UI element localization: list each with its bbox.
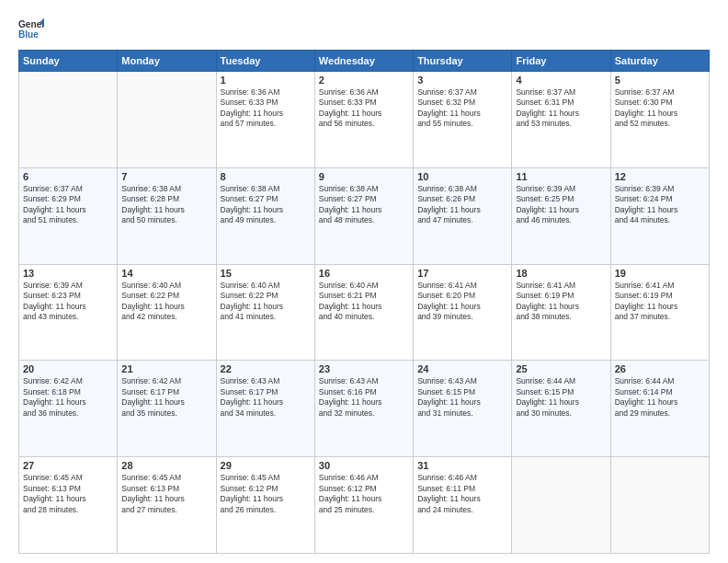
day-cell: 21Sunrise: 6:42 AM Sunset: 6:17 PM Dayli… xyxy=(118,361,216,457)
day-number: 13 xyxy=(23,268,113,279)
day-info: Sunrise: 6:45 AM Sunset: 6:12 PM Dayligh… xyxy=(221,473,311,515)
day-number: 4 xyxy=(516,75,606,86)
day-cell: 16Sunrise: 6:40 AM Sunset: 6:21 PM Dayli… xyxy=(314,264,413,361)
day-cell: 24Sunrise: 6:43 AM Sunset: 6:15 PM Dayli… xyxy=(414,361,512,457)
logo: General Blue xyxy=(18,17,44,42)
day-info: Sunrise: 6:37 AM Sunset: 6:31 PM Dayligh… xyxy=(516,87,606,130)
day-cell: 30Sunrise: 6:46 AM Sunset: 6:12 PM Dayli… xyxy=(314,457,413,554)
day-info: Sunrise: 6:37 AM Sunset: 6:30 PM Dayligh… xyxy=(615,87,705,130)
week-row-2: 6Sunrise: 6:37 AM Sunset: 6:29 PM Daylig… xyxy=(19,167,710,264)
day-info: Sunrise: 6:43 AM Sunset: 6:16 PM Dayligh… xyxy=(319,376,409,419)
day-info: Sunrise: 6:44 AM Sunset: 6:14 PM Dayligh… xyxy=(615,376,705,419)
day-number: 24 xyxy=(417,363,507,374)
day-info: Sunrise: 6:46 AM Sunset: 6:12 PM Dayligh… xyxy=(319,473,409,515)
weekday-header-sunday: Sunday xyxy=(19,51,118,72)
day-cell xyxy=(610,457,709,554)
day-cell: 26Sunrise: 6:44 AM Sunset: 6:14 PM Dayli… xyxy=(610,361,709,457)
day-number: 21 xyxy=(121,363,211,374)
day-cell: 11Sunrise: 6:39 AM Sunset: 6:25 PM Dayli… xyxy=(512,167,610,264)
weekday-header-wednesday: Wednesday xyxy=(314,51,413,72)
day-cell: 10Sunrise: 6:38 AM Sunset: 6:26 PM Dayli… xyxy=(414,167,512,264)
day-number: 18 xyxy=(516,268,606,279)
day-info: Sunrise: 6:37 AM Sunset: 6:32 PM Dayligh… xyxy=(417,87,507,130)
day-info: Sunrise: 6:38 AM Sunset: 6:27 PM Dayligh… xyxy=(319,184,409,226)
day-number: 25 xyxy=(516,363,606,374)
weekday-header-monday: Monday xyxy=(118,51,216,72)
day-number: 7 xyxy=(121,171,211,182)
weekday-header-friday: Friday xyxy=(512,51,610,72)
day-cell: 14Sunrise: 6:40 AM Sunset: 6:22 PM Dayli… xyxy=(118,264,216,361)
day-number: 5 xyxy=(615,75,705,86)
weekday-header-row: SundayMondayTuesdayWednesdayThursdayFrid… xyxy=(19,51,710,72)
calendar-table: SundayMondayTuesdayWednesdayThursdayFrid… xyxy=(18,50,710,554)
day-cell: 3Sunrise: 6:37 AM Sunset: 6:32 PM Daylig… xyxy=(414,72,512,168)
day-number: 3 xyxy=(417,75,507,86)
day-info: Sunrise: 6:42 AM Sunset: 6:18 PM Dayligh… xyxy=(23,376,113,419)
week-row-4: 20Sunrise: 6:42 AM Sunset: 6:18 PM Dayli… xyxy=(19,361,710,457)
day-cell: 8Sunrise: 6:38 AM Sunset: 6:27 PM Daylig… xyxy=(216,167,314,264)
day-number: 23 xyxy=(319,363,409,374)
day-number: 16 xyxy=(319,268,409,279)
day-number: 10 xyxy=(417,171,507,182)
day-cell: 31Sunrise: 6:46 AM Sunset: 6:11 PM Dayli… xyxy=(414,457,512,554)
svg-text:General: General xyxy=(18,19,44,29)
day-number: 14 xyxy=(121,268,211,279)
day-info: Sunrise: 6:44 AM Sunset: 6:15 PM Dayligh… xyxy=(516,376,606,419)
header: General Blue xyxy=(18,17,710,42)
day-info: Sunrise: 6:36 AM Sunset: 6:33 PM Dayligh… xyxy=(221,87,311,130)
day-cell: 23Sunrise: 6:43 AM Sunset: 6:16 PM Dayli… xyxy=(314,361,413,457)
day-info: Sunrise: 6:38 AM Sunset: 6:27 PM Dayligh… xyxy=(221,184,311,226)
day-cell: 19Sunrise: 6:41 AM Sunset: 6:19 PM Dayli… xyxy=(610,264,709,361)
day-cell: 4Sunrise: 6:37 AM Sunset: 6:31 PM Daylig… xyxy=(512,72,610,168)
day-cell: 6Sunrise: 6:37 AM Sunset: 6:29 PM Daylig… xyxy=(19,167,118,264)
day-number: 31 xyxy=(417,460,507,471)
day-info: Sunrise: 6:39 AM Sunset: 6:23 PM Dayligh… xyxy=(23,281,113,323)
day-number: 9 xyxy=(319,171,409,182)
day-cell: 7Sunrise: 6:38 AM Sunset: 6:28 PM Daylig… xyxy=(118,167,216,264)
day-cell: 13Sunrise: 6:39 AM Sunset: 6:23 PM Dayli… xyxy=(19,264,118,361)
day-cell: 12Sunrise: 6:39 AM Sunset: 6:24 PM Dayli… xyxy=(610,167,709,264)
day-info: Sunrise: 6:41 AM Sunset: 6:19 PM Dayligh… xyxy=(516,281,606,323)
day-cell xyxy=(512,457,610,554)
week-row-5: 27Sunrise: 6:45 AM Sunset: 6:13 PM Dayli… xyxy=(19,457,710,554)
day-number: 8 xyxy=(221,171,311,182)
day-cell: 15Sunrise: 6:40 AM Sunset: 6:22 PM Dayli… xyxy=(216,264,314,361)
weekday-header-saturday: Saturday xyxy=(610,51,709,72)
day-info: Sunrise: 6:36 AM Sunset: 6:33 PM Dayligh… xyxy=(319,87,409,130)
day-info: Sunrise: 6:46 AM Sunset: 6:11 PM Dayligh… xyxy=(417,473,507,515)
day-info: Sunrise: 6:40 AM Sunset: 6:22 PM Dayligh… xyxy=(221,281,311,323)
weekday-header-thursday: Thursday xyxy=(414,51,512,72)
day-info: Sunrise: 6:45 AM Sunset: 6:13 PM Dayligh… xyxy=(23,473,113,515)
day-cell: 20Sunrise: 6:42 AM Sunset: 6:18 PM Dayli… xyxy=(19,361,118,457)
day-info: Sunrise: 6:41 AM Sunset: 6:19 PM Dayligh… xyxy=(615,281,705,323)
day-number: 11 xyxy=(516,171,606,182)
day-cell: 2Sunrise: 6:36 AM Sunset: 6:33 PM Daylig… xyxy=(314,72,413,168)
day-number: 28 xyxy=(121,460,211,471)
day-cell xyxy=(19,72,118,168)
day-number: 2 xyxy=(319,75,409,86)
day-cell: 27Sunrise: 6:45 AM Sunset: 6:13 PM Dayli… xyxy=(19,457,118,554)
day-cell: 28Sunrise: 6:45 AM Sunset: 6:13 PM Dayli… xyxy=(118,457,216,554)
day-cell: 1Sunrise: 6:36 AM Sunset: 6:33 PM Daylig… xyxy=(216,72,314,168)
day-number: 15 xyxy=(221,268,311,279)
day-cell: 5Sunrise: 6:37 AM Sunset: 6:30 PM Daylig… xyxy=(610,72,709,168)
page: General Blue SundayMondayTuesdayWednesda… xyxy=(0,0,728,563)
day-cell: 18Sunrise: 6:41 AM Sunset: 6:19 PM Dayli… xyxy=(512,264,610,361)
day-number: 20 xyxy=(23,363,113,374)
day-number: 29 xyxy=(221,460,311,471)
day-number: 27 xyxy=(23,460,113,471)
day-info: Sunrise: 6:40 AM Sunset: 6:21 PM Dayligh… xyxy=(319,281,409,323)
day-number: 1 xyxy=(221,75,311,86)
day-number: 17 xyxy=(417,268,507,279)
day-cell xyxy=(118,72,216,168)
day-number: 26 xyxy=(615,363,705,374)
day-number: 19 xyxy=(615,268,705,279)
day-info: Sunrise: 6:38 AM Sunset: 6:26 PM Dayligh… xyxy=(417,184,507,226)
day-info: Sunrise: 6:43 AM Sunset: 6:15 PM Dayligh… xyxy=(417,376,507,419)
day-info: Sunrise: 6:38 AM Sunset: 6:28 PM Dayligh… xyxy=(121,184,211,226)
day-info: Sunrise: 6:42 AM Sunset: 6:17 PM Dayligh… xyxy=(121,376,211,419)
week-row-3: 13Sunrise: 6:39 AM Sunset: 6:23 PM Dayli… xyxy=(19,264,710,361)
day-info: Sunrise: 6:37 AM Sunset: 6:29 PM Dayligh… xyxy=(23,184,113,226)
weekday-header-tuesday: Tuesday xyxy=(216,51,314,72)
day-cell: 9Sunrise: 6:38 AM Sunset: 6:27 PM Daylig… xyxy=(314,167,413,264)
